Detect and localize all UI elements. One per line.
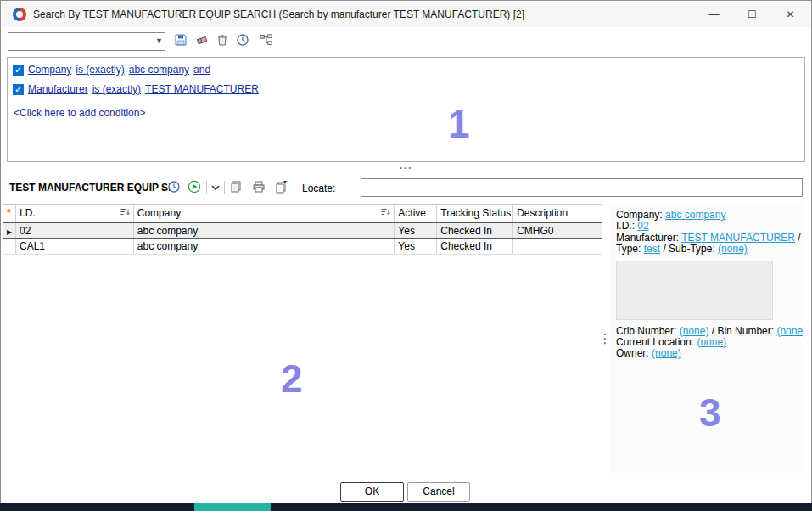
condition-conjunction-link[interactable]: and [193,64,210,76]
detail-label: I.D.: [616,221,635,232]
cell-company: abc company [134,223,395,238]
detail-label: Current Location: [616,337,694,348]
cancel-button[interactable]: Cancel [407,482,470,502]
paste-icon [229,180,243,196]
clock-icon [236,33,249,49]
run-options-button[interactable] [210,181,221,196]
detail-label: Company: [616,210,663,221]
saved-search-input[interactable] [10,34,148,49]
manufacturer-link[interactable]: TEST MANUFACTURER [681,233,795,244]
column-header-label: Description [517,207,568,219]
detail-company: Company: abc company [616,210,804,221]
search-history-button[interactable] [235,33,250,48]
detail-label: / Mo [798,233,804,244]
region-marker-2: 2 [281,356,303,402]
table-header-row: * I.D. Company Active Tracking Status De… [3,204,602,222]
run-search-button[interactable] [187,180,202,195]
cell-active: Yes [395,239,437,254]
condition-checkbox[interactable] [13,84,24,95]
company-link[interactable]: abc company [665,210,725,221]
item-image-placeholder [616,261,773,320]
column-header-company[interactable]: Company [134,205,395,222]
copy-icon [274,180,288,196]
selected-row-marker: ▶ [7,228,12,236]
detail-label: / Bin Number: [712,326,774,337]
column-header-active[interactable]: Active [395,205,437,222]
sort-icon [120,207,131,220]
toolbar-divider [224,181,225,194]
locate-input[interactable] [361,178,803,197]
condition-row: Company is (exactly) abc company and [13,62,804,77]
condition-operator-link[interactable]: is (exactly) [76,64,124,76]
hierarchy-icon [260,33,273,49]
detail-manufacturer: Manufacturer: TEST MANUFACTURER / Mo [616,233,804,244]
delete-search-button[interactable] [215,33,230,48]
play-icon [188,180,201,196]
new-row-marker: * [7,207,11,219]
hierarchy-view-button[interactable] [257,33,276,48]
header-marker-cell: * [3,205,16,222]
vertical-splitter[interactable]: ⋮ [600,205,610,473]
detail-label: Crib Number: [616,326,676,337]
detail-crib-bin: Crib Number: (none) / Bin Number: (none) [616,326,804,337]
cell-description [513,239,602,254]
ok-button[interactable]: OK [340,482,404,502]
column-header-description[interactable]: Description [513,205,602,222]
cell-tracking-status: Checked In [437,223,513,238]
results-history-button[interactable] [166,180,182,195]
row-indicator-cell [3,239,16,254]
copy-button[interactable] [273,180,288,195]
column-header-tracking-status[interactable]: Tracking Status [437,205,513,222]
results-table: * I.D. Company Active Tracking Status De… [3,204,602,255]
condition-value-link[interactable]: abc company [129,64,189,76]
condition-field-link[interactable]: Company [28,64,71,76]
detail-label: Manufacturer: [616,233,679,244]
chevron-down-icon [209,181,222,197]
taskbar-app-indicator [194,503,271,511]
column-header-label: Active [398,207,426,219]
owner-link[interactable]: (none) [652,348,681,359]
detail-type: Type: test / Sub-Type: (none) [616,244,804,255]
details-panel: Company: abc company I.D.: 02 Manufactur… [610,203,804,473]
combo-dropdown-icon[interactable]: ▼ [155,36,163,45]
detail-label: Type: [616,244,641,255]
clear-search-button[interactable] [194,33,210,48]
trash-icon [216,33,229,49]
taskbar-strip [0,503,812,511]
save-search-button[interactable] [173,33,188,48]
minimize-button[interactable]: — [695,2,733,27]
detail-label: Owner: [616,348,649,359]
detail-label: / Sub-Type: [663,244,714,255]
maximize-button[interactable]: ☐ [733,2,771,27]
row-indicator-cell: ▶ [3,223,16,238]
eraser-icon [195,33,209,49]
detail-current-location: Current Location: (none) [616,337,804,348]
bin-number-link[interactable]: (none) [776,326,804,337]
app-logo-icon [13,8,26,21]
column-header-id[interactable]: I.D. [16,205,134,222]
cell-id: CAL1 [16,239,134,254]
column-header-label: Tracking Status [440,207,511,219]
crib-number-link[interactable]: (none) [680,326,709,337]
sort-icon [380,207,391,220]
condition-operator-link[interactable]: is (exactly) [92,83,141,95]
horizontal-splitter[interactable]: ··· [1,163,811,175]
current-location-link[interactable]: (none) [697,337,726,348]
paste-button[interactable] [228,180,244,195]
condition-field-link[interactable]: Manufacturer [28,83,88,95]
screen: Search By TEST MANUFACTURER EQUIP SEARCH… [0,0,812,511]
close-button[interactable]: ✕ [771,2,809,27]
cell-tracking-status: Checked In [437,239,513,254]
print-button[interactable] [251,180,266,195]
saved-search-combobox[interactable]: ▼ [8,32,165,51]
table-row[interactable]: CAL1 abc company Yes Checked In [3,239,602,255]
subtype-link[interactable]: (none) [718,244,748,255]
id-link[interactable]: 02 [637,221,648,232]
condition-checkbox[interactable] [13,65,24,76]
add-condition-link[interactable]: <Click here to add condition> [14,107,804,119]
condition-value-link[interactable]: TEST MANUFACTURER [145,83,259,95]
detail-owner: Owner: (none) [616,348,804,359]
type-link[interactable]: test [644,244,660,255]
locate-label: Locate: [302,182,335,194]
table-row[interactable]: ▶ 02 abc company Yes Checked In CMHG0 [3,222,602,239]
